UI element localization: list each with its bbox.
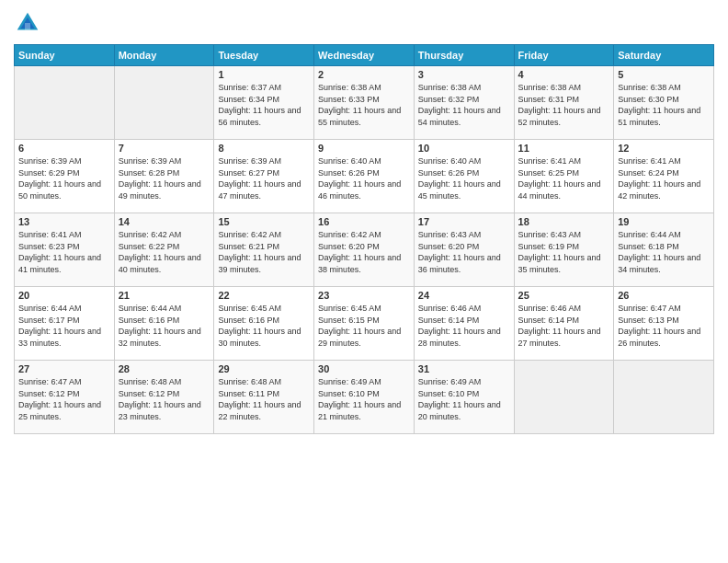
daylight-text: Daylight: 11 hours and 51 minutes. <box>618 106 700 127</box>
day-detail: Sunrise: 6:42 AM Sunset: 6:20 PM Dayligh… <box>318 229 410 275</box>
sunrise-text: Sunrise: 6:43 AM <box>418 230 482 239</box>
calendar-cell: 23 Sunrise: 6:45 AM Sunset: 6:15 PM Dayl… <box>314 287 415 361</box>
day-number: 7 <box>119 143 210 154</box>
calendar-cell: 12 Sunrise: 6:41 AM Sunset: 6:24 PM Dayl… <box>614 140 714 213</box>
calendar-cell <box>614 361 714 434</box>
day-number: 23 <box>318 290 410 301</box>
sunrise-text: Sunrise: 6:42 AM <box>119 230 182 239</box>
day-detail: Sunrise: 6:43 AM Sunset: 6:20 PM Dayligh… <box>418 229 510 275</box>
calendar-cell: 15 Sunrise: 6:42 AM Sunset: 6:21 PM Dayl… <box>214 213 314 287</box>
daylight-text: Daylight: 11 hours and 54 minutes. <box>418 106 501 127</box>
calendar-cell: 29 Sunrise: 6:48 AM Sunset: 6:11 PM Dayl… <box>214 361 314 434</box>
sunrise-text: Sunrise: 6:43 AM <box>518 230 582 239</box>
sunrise-text: Sunrise: 6:38 AM <box>618 83 681 92</box>
sunrise-text: Sunrise: 6:48 AM <box>119 377 182 386</box>
calendar-cell: 2 Sunrise: 6:38 AM Sunset: 6:33 PM Dayli… <box>314 66 415 140</box>
calendar-body: 1 Sunrise: 6:37 AM Sunset: 6:34 PM Dayli… <box>15 66 714 434</box>
calendar-cell: 27 Sunrise: 6:47 AM Sunset: 6:12 PM Dayl… <box>15 361 115 434</box>
sunrise-text: Sunrise: 6:49 AM <box>318 377 381 386</box>
day-detail: Sunrise: 6:45 AM Sunset: 6:16 PM Dayligh… <box>218 303 310 349</box>
day-detail: Sunrise: 6:45 AM Sunset: 6:15 PM Dayligh… <box>318 303 410 349</box>
calendar-row-4: 20 Sunrise: 6:44 AM Sunset: 6:17 PM Dayl… <box>15 287 714 361</box>
sunrise-text: Sunrise: 6:46 AM <box>418 304 482 313</box>
day-detail: Sunrise: 6:49 AM Sunset: 6:10 PM Dayligh… <box>418 376 510 422</box>
calendar-cell: 9 Sunrise: 6:40 AM Sunset: 6:26 PM Dayli… <box>314 140 415 213</box>
calendar-cell: 17 Sunrise: 6:43 AM Sunset: 6:20 PM Dayl… <box>414 213 514 287</box>
sunrise-text: Sunrise: 6:39 AM <box>18 156 82 166</box>
day-number: 18 <box>518 216 610 227</box>
weekday-header-row: SundayMondayTuesdayWednesdayThursdayFrid… <box>15 45 714 66</box>
calendar-cell: 14 Sunrise: 6:42 AM Sunset: 6:22 PM Dayl… <box>114 213 214 287</box>
calendar-cell: 13 Sunrise: 6:41 AM Sunset: 6:23 PM Dayl… <box>15 213 115 287</box>
day-detail: Sunrise: 6:43 AM Sunset: 6:19 PM Dayligh… <box>518 229 610 275</box>
day-number: 14 <box>119 216 210 227</box>
calendar-cell: 22 Sunrise: 6:45 AM Sunset: 6:16 PM Dayl… <box>214 287 314 361</box>
day-number: 28 <box>119 363 210 374</box>
calendar-cell: 3 Sunrise: 6:38 AM Sunset: 6:32 PM Dayli… <box>414 66 514 140</box>
sunset-text: Sunset: 6:11 PM <box>218 389 279 398</box>
calendar-cell: 26 Sunrise: 6:47 AM Sunset: 6:13 PM Dayl… <box>614 287 714 361</box>
daylight-text: Daylight: 11 hours and 23 minutes. <box>119 400 201 421</box>
logo-icon <box>14 9 41 37</box>
daylight-text: Daylight: 11 hours and 22 minutes. <box>218 400 301 421</box>
daylight-text: Daylight: 11 hours and 50 minutes. <box>18 179 101 201</box>
calendar-cell: 30 Sunrise: 6:49 AM Sunset: 6:10 PM Dayl… <box>314 361 415 434</box>
sunset-text: Sunset: 6:34 PM <box>218 95 279 104</box>
day-number: 10 <box>418 143 510 154</box>
daylight-text: Daylight: 11 hours and 49 minutes. <box>119 179 201 201</box>
sunset-text: Sunset: 6:26 PM <box>418 168 480 178</box>
daylight-text: Daylight: 11 hours and 36 minutes. <box>418 253 501 274</box>
sunrise-text: Sunrise: 6:48 AM <box>218 377 281 386</box>
day-detail: Sunrise: 6:44 AM Sunset: 6:18 PM Dayligh… <box>618 229 710 275</box>
daylight-text: Daylight: 11 hours and 35 minutes. <box>518 253 601 274</box>
calendar-cell: 6 Sunrise: 6:39 AM Sunset: 6:29 PM Dayli… <box>15 140 115 213</box>
daylight-text: Daylight: 11 hours and 40 minutes. <box>119 253 201 274</box>
day-detail: Sunrise: 6:44 AM Sunset: 6:17 PM Dayligh… <box>18 303 110 349</box>
calendar-cell: 7 Sunrise: 6:39 AM Sunset: 6:28 PM Dayli… <box>114 140 214 213</box>
day-detail: Sunrise: 6:42 AM Sunset: 6:21 PM Dayligh… <box>218 229 310 275</box>
daylight-text: Daylight: 11 hours and 33 minutes. <box>18 327 101 348</box>
calendar-cell: 11 Sunrise: 6:41 AM Sunset: 6:25 PM Dayl… <box>514 140 614 213</box>
daylight-text: Daylight: 11 hours and 29 minutes. <box>318 327 401 348</box>
day-detail: Sunrise: 6:37 AM Sunset: 6:34 PM Dayligh… <box>218 82 310 128</box>
sunrise-text: Sunrise: 6:45 AM <box>218 304 281 313</box>
sunset-text: Sunset: 6:27 PM <box>218 168 279 178</box>
weekday-header-tuesday: Tuesday <box>214 45 314 66</box>
sunset-text: Sunset: 6:17 PM <box>18 316 80 325</box>
sunset-text: Sunset: 6:30 PM <box>618 95 679 104</box>
day-detail: Sunrise: 6:41 AM Sunset: 6:25 PM Dayligh… <box>518 155 610 201</box>
day-number: 13 <box>18 216 110 227</box>
sunrise-text: Sunrise: 6:45 AM <box>318 304 381 313</box>
daylight-text: Daylight: 11 hours and 39 minutes. <box>218 253 301 274</box>
sunrise-text: Sunrise: 6:38 AM <box>318 83 381 92</box>
sunrise-text: Sunrise: 6:41 AM <box>18 230 82 239</box>
day-number: 11 <box>518 143 610 154</box>
daylight-text: Daylight: 11 hours and 30 minutes. <box>218 327 301 348</box>
weekday-header-friday: Friday <box>514 45 614 66</box>
sunrise-text: Sunrise: 6:44 AM <box>618 230 681 239</box>
sunset-text: Sunset: 6:15 PM <box>318 316 380 325</box>
sunset-text: Sunset: 6:16 PM <box>218 316 279 325</box>
calendar-cell: 1 Sunrise: 6:37 AM Sunset: 6:34 PM Dayli… <box>214 66 314 140</box>
sunset-text: Sunset: 6:18 PM <box>618 242 679 251</box>
day-detail: Sunrise: 6:46 AM Sunset: 6:14 PM Dayligh… <box>518 303 610 349</box>
sunrise-text: Sunrise: 6:40 AM <box>318 156 381 166</box>
day-number: 29 <box>218 363 310 374</box>
daylight-text: Daylight: 11 hours and 46 minutes. <box>318 179 401 201</box>
day-number: 12 <box>618 143 710 154</box>
calendar-cell: 20 Sunrise: 6:44 AM Sunset: 6:17 PM Dayl… <box>15 287 115 361</box>
calendar-cell: 21 Sunrise: 6:44 AM Sunset: 6:16 PM Dayl… <box>114 287 214 361</box>
day-number: 8 <box>218 143 310 154</box>
calendar-cell: 10 Sunrise: 6:40 AM Sunset: 6:26 PM Dayl… <box>414 140 514 213</box>
sunrise-text: Sunrise: 6:38 AM <box>518 83 582 92</box>
day-detail: Sunrise: 6:41 AM Sunset: 6:24 PM Dayligh… <box>618 155 710 201</box>
sunrise-text: Sunrise: 6:41 AM <box>618 156 681 166</box>
day-detail: Sunrise: 6:42 AM Sunset: 6:22 PM Dayligh… <box>119 229 210 275</box>
sunset-text: Sunset: 6:10 PM <box>418 389 480 398</box>
calendar-cell: 4 Sunrise: 6:38 AM Sunset: 6:31 PM Dayli… <box>514 66 614 140</box>
calendar-cell <box>15 66 115 140</box>
day-number: 25 <box>518 290 610 301</box>
day-detail: Sunrise: 6:38 AM Sunset: 6:32 PM Dayligh… <box>418 82 510 128</box>
sunrise-text: Sunrise: 6:38 AM <box>418 83 482 92</box>
daylight-text: Daylight: 11 hours and 21 minutes. <box>318 400 401 421</box>
